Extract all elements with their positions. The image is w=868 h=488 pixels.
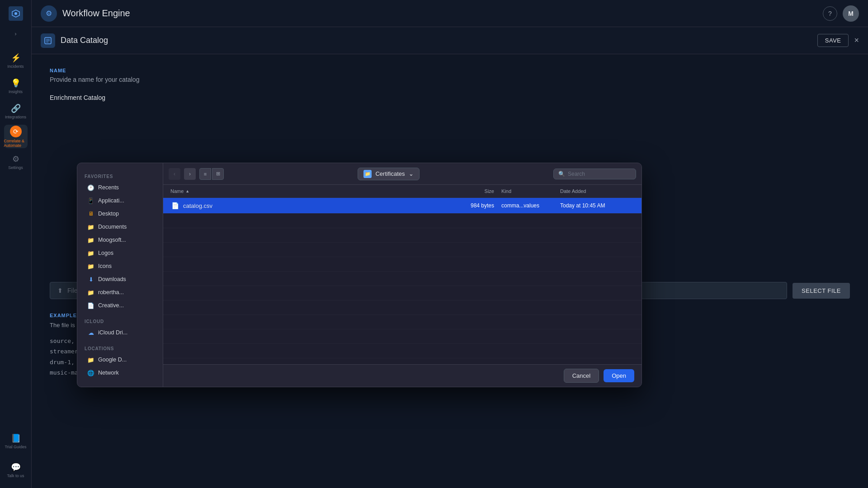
file-list: 📄 catalog.csv 984 bytes comma...values T…	[163, 198, 642, 364]
name-label: NAME	[50, 68, 850, 73]
sort-chevron-icon: ▲	[185, 189, 189, 193]
top-header: ⚙ Workflow Engine ? M	[32, 0, 868, 27]
sidebar-item-correlate[interactable]: ⟳ Correlate & Automate	[4, 125, 28, 148]
empty-row	[163, 300, 642, 315]
app-title: Workflow Engine	[62, 8, 130, 19]
location-dropdown[interactable]: 📁 Certificates ⌄	[358, 168, 419, 180]
picker-location-bar: 📁 Certificates ⌄	[227, 168, 550, 180]
page-actions: SAVE ×	[817, 34, 859, 47]
select-file-button[interactable]: SELECT FILE	[793, 283, 850, 299]
picker-list-view-button[interactable]: ≡	[199, 168, 211, 180]
sidebar-item-integrations[interactable]: 🔗 Integrations	[4, 99, 28, 123]
location-chevron-icon: ⌄	[409, 170, 414, 177]
search-icon: 🔍	[558, 171, 565, 177]
picker-sidebar-recents[interactable]: 🕐 Recents	[80, 181, 160, 194]
column-header-kind: Kind	[494, 188, 553, 194]
location-label: Certificates	[375, 170, 405, 177]
page-title: Data Catalog	[61, 36, 108, 45]
main-content: ⚙ Workflow Engine ? M Data Catalog SAVE …	[32, 0, 868, 488]
creative-file-icon: 📄	[87, 302, 94, 309]
sidebar-bottom: 📘 Trial Guides 💬 Talk to us	[4, 429, 28, 483]
sidebar-item-trial-guides[interactable]: 📘 Trial Guides	[4, 429, 28, 453]
workflow-icon: ⚙	[41, 5, 57, 22]
column-header-date: Date Added	[553, 188, 634, 194]
picker-sidebar-icons[interactable]: 📁 Icons	[80, 260, 160, 272]
picker-sidebar-documents[interactable]: 📁 Documents	[80, 221, 160, 233]
picker-main: ‹ › ≡ ⊞ 📁 Certificates ⌄ 🔍	[163, 163, 642, 387]
picker-sidebar-robertha[interactable]: 📁 robertha...	[80, 286, 160, 299]
app-logo	[7, 5, 25, 23]
help-button[interactable]: ?	[823, 6, 837, 21]
picker-sidebar-network[interactable]: 🌐 Network	[80, 366, 160, 379]
open-button[interactable]: Open	[604, 369, 634, 382]
icloud-section-label: iCloud	[77, 315, 163, 326]
picker-sidebar-desktop[interactable]: 🖥 Desktop	[80, 207, 160, 220]
robertha-folder-icon: 📁	[87, 289, 94, 296]
empty-row	[163, 286, 642, 300]
picker-back-button[interactable]: ‹	[169, 168, 180, 180]
icloud-icon: ☁	[87, 329, 94, 336]
empty-row	[163, 344, 642, 358]
recents-icon: 🕐	[87, 184, 94, 191]
empty-row	[163, 329, 642, 344]
empty-row	[163, 272, 642, 286]
close-button[interactable]: ×	[854, 36, 859, 45]
picker-search[interactable]: 🔍	[553, 169, 636, 179]
file-list-header: Name ▲ Size Kind Date Added	[163, 185, 642, 198]
file-date: Today at 10:45 AM	[553, 202, 634, 209]
picker-sidebar-google-drive[interactable]: 📁 Google D...	[80, 353, 160, 366]
file-size: 984 bytes	[449, 202, 494, 209]
locations-section-label: Locations	[77, 343, 163, 353]
applications-folder-icon: 📱	[87, 197, 94, 204]
empty-row	[163, 257, 642, 272]
favorites-section-label: Favorites	[77, 170, 163, 181]
picker-grid-view-button[interactable]: ⊞	[212, 168, 224, 180]
downloads-icon: ⬇	[87, 276, 94, 283]
file-picker-dialog: Favorites 🕐 Recents 📱 Applicati... 🖥 Des…	[77, 163, 642, 387]
sidebar-expand-button[interactable]: ›	[9, 27, 22, 40]
page-header: Data Catalog SAVE ×	[32, 27, 868, 54]
sidebar-item-incidents[interactable]: ⚡ Incidents	[4, 49, 28, 72]
cancel-button[interactable]: Cancel	[564, 369, 599, 383]
file-icon: 📄	[170, 201, 179, 210]
sidebar-item-settings[interactable]: ⚙ Settings	[4, 150, 28, 174]
page-body: NAME Provide a name for your catalog Enr…	[32, 54, 868, 488]
picker-toolbar: ‹ › ≡ ⊞ 📁 Certificates ⌄ 🔍	[163, 163, 642, 185]
logos-folder-icon: 📁	[87, 249, 94, 257]
empty-row	[163, 243, 642, 257]
moogsoft-folder-icon: 📁	[87, 236, 94, 244]
picker-footer: Cancel Open	[163, 364, 642, 387]
sidebar-item-talk-to-us[interactable]: 💬 Talk to us	[4, 458, 28, 482]
empty-row	[163, 315, 642, 329]
search-input[interactable]	[568, 171, 631, 177]
file-name: catalog.csv	[183, 202, 212, 209]
picker-sidebar-moogsoft[interactable]: 📁 Moogsoft...	[80, 234, 160, 246]
column-header-size: Size	[449, 188, 494, 194]
picker-sidebar-logos[interactable]: 📁 Logos	[80, 247, 160, 259]
network-icon: 🌐	[87, 369, 94, 376]
correlate-icon: ⟳	[10, 126, 22, 137]
picker-sidebar: Favorites 🕐 Recents 📱 Applicati... 🖥 Des…	[77, 163, 163, 387]
svg-point-1	[14, 12, 17, 15]
sidebar-item-insights[interactable]: 💡 Insights	[4, 74, 28, 98]
empty-row	[163, 228, 642, 243]
column-header-name[interactable]: Name ▲	[170, 188, 449, 194]
file-kind: comma...values	[494, 202, 553, 209]
avatar[interactable]: M	[843, 5, 859, 22]
desktop-folder-icon: 🖥	[87, 210, 94, 217]
empty-row	[163, 214, 642, 228]
picker-sidebar-creative[interactable]: 📄 Creative...	[80, 299, 160, 312]
picker-sidebar-applications[interactable]: 📱 Applicati...	[80, 194, 160, 207]
header-actions: ? M	[823, 5, 859, 22]
picker-sidebar-icloud[interactable]: ☁ iCloud Dri...	[80, 326, 160, 339]
location-folder-icon: 📁	[363, 170, 372, 178]
page-icon	[41, 33, 55, 48]
save-button[interactable]: SAVE	[817, 34, 849, 47]
picker-sidebar-downloads[interactable]: ⬇ Downloads	[80, 273, 160, 286]
icons-folder-icon: 📁	[87, 263, 94, 270]
picker-forward-button[interactable]: ›	[184, 168, 196, 180]
upload-icon: ⬆	[57, 287, 63, 294]
catalog-name-value: Enrichment Catalog	[50, 94, 850, 101]
file-row[interactable]: 📄 catalog.csv 984 bytes comma...values T…	[163, 198, 642, 214]
documents-folder-icon: 📁	[87, 223, 94, 230]
